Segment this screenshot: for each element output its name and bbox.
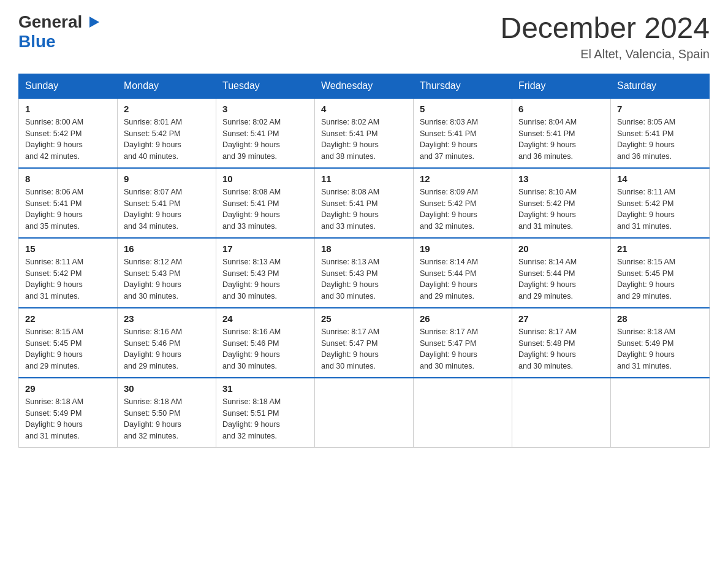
day-info: Sunrise: 8:17 AMSunset: 5:47 PMDaylight:… xyxy=(321,326,407,372)
day-info: Sunrise: 8:12 AMSunset: 5:43 PMDaylight:… xyxy=(124,256,210,302)
calendar-cell: 15 Sunrise: 8:11 AMSunset: 5:42 PMDaylig… xyxy=(19,238,118,308)
day-number: 4 xyxy=(321,104,407,114)
day-number: 18 xyxy=(321,243,407,254)
day-info: Sunrise: 8:02 AMSunset: 5:41 PMDaylight:… xyxy=(222,117,308,163)
day-info: Sunrise: 8:02 AMSunset: 5:41 PMDaylight:… xyxy=(321,117,407,163)
header-day-friday: Friday xyxy=(512,74,611,98)
calendar-header: SundayMondayTuesdayWednesdayThursdayFrid… xyxy=(19,74,710,98)
week-row-3: 15 Sunrise: 8:11 AMSunset: 5:42 PMDaylig… xyxy=(19,238,710,308)
calendar-cell: 27 Sunrise: 8:17 AMSunset: 5:48 PMDaylig… xyxy=(512,308,611,378)
calendar-cell: 30 Sunrise: 8:18 AMSunset: 5:50 PMDaylig… xyxy=(118,378,216,448)
day-number: 16 xyxy=(124,243,210,254)
day-number: 25 xyxy=(321,313,407,324)
day-number: 17 xyxy=(222,243,308,254)
calendar-cell: 29 Sunrise: 8:18 AMSunset: 5:49 PMDaylig… xyxy=(19,378,118,448)
day-info: Sunrise: 8:07 AMSunset: 5:41 PMDaylight:… xyxy=(124,186,210,232)
header-row: SundayMondayTuesdayWednesdayThursdayFrid… xyxy=(19,74,710,98)
calendar-cell: 16 Sunrise: 8:12 AMSunset: 5:43 PMDaylig… xyxy=(118,238,216,308)
day-number: 1 xyxy=(25,104,111,114)
calendar-cell: 18 Sunrise: 8:13 AMSunset: 5:43 PMDaylig… xyxy=(315,238,414,308)
day-info: Sunrise: 8:18 AMSunset: 5:51 PMDaylight:… xyxy=(222,396,308,442)
calendar-cell: 11 Sunrise: 8:08 AMSunset: 5:41 PMDaylig… xyxy=(315,168,414,238)
header-day-monday: Monday xyxy=(118,74,216,98)
day-number: 28 xyxy=(617,313,703,324)
day-info: Sunrise: 8:18 AMSunset: 5:50 PMDaylight:… xyxy=(124,396,210,442)
day-info: Sunrise: 8:11 AMSunset: 5:42 PMDaylight:… xyxy=(25,256,111,302)
calendar-cell: 20 Sunrise: 8:14 AMSunset: 5:44 PMDaylig… xyxy=(512,238,611,308)
header-day-sunday: Sunday xyxy=(19,74,118,98)
day-info: Sunrise: 8:06 AMSunset: 5:41 PMDaylight:… xyxy=(25,186,111,232)
day-info: Sunrise: 8:04 AMSunset: 5:41 PMDaylight:… xyxy=(518,117,604,163)
day-info: Sunrise: 8:11 AMSunset: 5:42 PMDaylight:… xyxy=(617,186,703,232)
day-info: Sunrise: 8:00 AMSunset: 5:42 PMDaylight:… xyxy=(25,117,111,163)
calendar-cell: 17 Sunrise: 8:13 AMSunset: 5:43 PMDaylig… xyxy=(216,238,315,308)
calendar-cell: 7 Sunrise: 8:05 AMSunset: 5:41 PMDayligh… xyxy=(611,98,710,168)
calendar-cell: 19 Sunrise: 8:14 AMSunset: 5:44 PMDaylig… xyxy=(414,238,512,308)
day-number: 30 xyxy=(124,383,210,394)
calendar-cell: 9 Sunrise: 8:07 AMSunset: 5:41 PMDayligh… xyxy=(118,168,216,238)
calendar-cell xyxy=(315,378,414,448)
week-row-4: 22 Sunrise: 8:15 AMSunset: 5:45 PMDaylig… xyxy=(19,308,710,378)
calendar-cell: 2 Sunrise: 8:01 AMSunset: 5:42 PMDayligh… xyxy=(118,98,216,168)
day-info: Sunrise: 8:15 AMSunset: 5:45 PMDaylight:… xyxy=(25,326,111,372)
header-day-saturday: Saturday xyxy=(611,74,710,98)
day-info: Sunrise: 8:13 AMSunset: 5:43 PMDaylight:… xyxy=(321,256,407,302)
day-number: 23 xyxy=(124,313,210,324)
calendar-cell: 14 Sunrise: 8:11 AMSunset: 5:42 PMDaylig… xyxy=(611,168,710,238)
calendar-cell: 4 Sunrise: 8:02 AMSunset: 5:41 PMDayligh… xyxy=(315,98,414,168)
day-number: 3 xyxy=(222,104,308,114)
day-number: 21 xyxy=(617,243,703,254)
day-number: 22 xyxy=(25,313,111,324)
day-number: 31 xyxy=(222,383,308,394)
calendar-cell: 26 Sunrise: 8:17 AMSunset: 5:47 PMDaylig… xyxy=(414,308,512,378)
day-number: 6 xyxy=(518,104,604,114)
calendar-cell: 28 Sunrise: 8:18 AMSunset: 5:49 PMDaylig… xyxy=(611,308,710,378)
calendar-cell: 5 Sunrise: 8:03 AMSunset: 5:41 PMDayligh… xyxy=(414,98,512,168)
calendar-cell: 31 Sunrise: 8:18 AMSunset: 5:51 PMDaylig… xyxy=(216,378,315,448)
header-day-wednesday: Wednesday xyxy=(315,74,414,98)
day-info: Sunrise: 8:01 AMSunset: 5:42 PMDaylight:… xyxy=(124,117,210,163)
day-info: Sunrise: 8:09 AMSunset: 5:42 PMDaylight:… xyxy=(420,186,506,232)
day-number: 27 xyxy=(518,313,604,324)
calendar-cell: 12 Sunrise: 8:09 AMSunset: 5:42 PMDaylig… xyxy=(414,168,512,238)
day-number: 10 xyxy=(222,174,308,184)
header-day-thursday: Thursday xyxy=(414,74,512,98)
day-number: 20 xyxy=(518,243,604,254)
day-info: Sunrise: 8:13 AMSunset: 5:43 PMDaylight:… xyxy=(222,256,308,302)
calendar-body: 1 Sunrise: 8:00 AMSunset: 5:42 PMDayligh… xyxy=(19,98,710,448)
day-info: Sunrise: 8:16 AMSunset: 5:46 PMDaylight:… xyxy=(222,326,308,372)
day-number: 19 xyxy=(420,243,506,254)
day-info: Sunrise: 8:18 AMSunset: 5:49 PMDaylight:… xyxy=(617,326,703,372)
calendar-cell: 1 Sunrise: 8:00 AMSunset: 5:42 PMDayligh… xyxy=(19,98,118,168)
svg-marker-0 xyxy=(89,17,99,28)
day-info: Sunrise: 8:08 AMSunset: 5:41 PMDaylight:… xyxy=(321,186,407,232)
day-number: 24 xyxy=(222,313,308,324)
day-info: Sunrise: 8:17 AMSunset: 5:48 PMDaylight:… xyxy=(518,326,604,372)
location-subtitle: El Altet, Valencia, Spain xyxy=(500,47,710,61)
logo-general-text: General xyxy=(18,12,82,32)
calendar-cell: 8 Sunrise: 8:06 AMSunset: 5:41 PMDayligh… xyxy=(19,168,118,238)
calendar-cell: 13 Sunrise: 8:10 AMSunset: 5:42 PMDaylig… xyxy=(512,168,611,238)
logo-blue-text: Blue xyxy=(18,32,89,52)
day-number: 2 xyxy=(124,104,210,114)
day-number: 13 xyxy=(518,174,604,184)
title-section: December 2024 El Altet, Valencia, Spain xyxy=(500,12,710,61)
week-row-1: 1 Sunrise: 8:00 AMSunset: 5:42 PMDayligh… xyxy=(19,98,710,168)
calendar-cell: 3 Sunrise: 8:02 AMSunset: 5:41 PMDayligh… xyxy=(216,98,315,168)
calendar-cell xyxy=(414,378,512,448)
day-number: 26 xyxy=(420,313,506,324)
calendar-cell: 10 Sunrise: 8:08 AMSunset: 5:41 PMDaylig… xyxy=(216,168,315,238)
calendar-cell: 6 Sunrise: 8:04 AMSunset: 5:41 PMDayligh… xyxy=(512,98,611,168)
calendar-cell: 24 Sunrise: 8:16 AMSunset: 5:46 PMDaylig… xyxy=(216,308,315,378)
week-row-5: 29 Sunrise: 8:18 AMSunset: 5:49 PMDaylig… xyxy=(19,378,710,448)
day-info: Sunrise: 8:14 AMSunset: 5:44 PMDaylight:… xyxy=(420,256,506,302)
day-number: 5 xyxy=(420,104,506,114)
day-info: Sunrise: 8:10 AMSunset: 5:42 PMDaylight:… xyxy=(518,186,604,232)
day-info: Sunrise: 8:05 AMSunset: 5:41 PMDaylight:… xyxy=(617,117,703,163)
page-header: General Blue December 2024 El Altet, Val… xyxy=(18,12,710,61)
day-number: 11 xyxy=(321,174,407,184)
day-info: Sunrise: 8:16 AMSunset: 5:46 PMDaylight:… xyxy=(124,326,210,372)
day-info: Sunrise: 8:14 AMSunset: 5:44 PMDaylight:… xyxy=(518,256,604,302)
day-number: 8 xyxy=(25,174,111,184)
day-info: Sunrise: 8:03 AMSunset: 5:41 PMDaylight:… xyxy=(420,117,506,163)
